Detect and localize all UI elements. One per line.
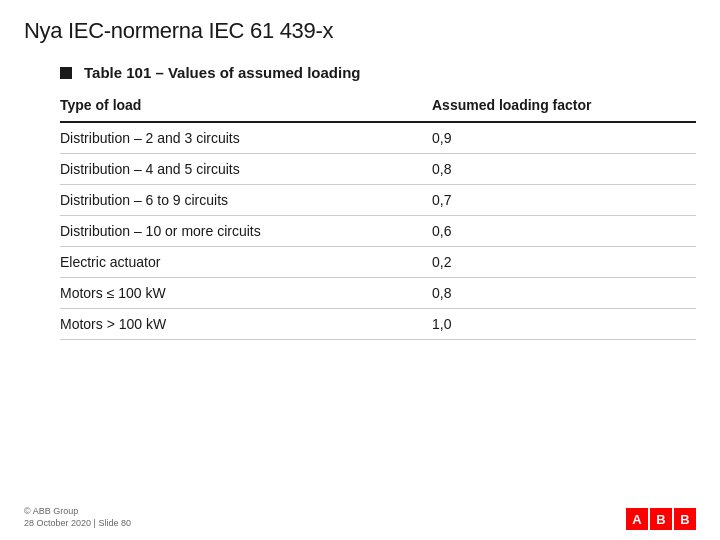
cell-factor: 0,9 [420, 122, 696, 154]
cell-type: Distribution – 6 to 9 circuits [60, 185, 420, 216]
cell-factor: 1,0 [420, 309, 696, 340]
col-header-factor: Assumed loading factor [420, 91, 696, 122]
footer-line2: 28 October 2020 | Slide 80 [24, 517, 131, 530]
abb-letter: B [650, 508, 672, 530]
cell-factor: 0,8 [420, 278, 696, 309]
cell-type: Electric actuator [60, 247, 420, 278]
cell-type: Distribution – 2 and 3 circuits [60, 122, 420, 154]
cell-type: Motors > 100 kW [60, 309, 420, 340]
cell-type: Distribution – 4 and 5 circuits [60, 154, 420, 185]
abb-logo-box: ABB [626, 508, 696, 530]
footer-line1: © ABB Group [24, 505, 131, 518]
table-header-row: Type of load Assumed loading factor [60, 91, 696, 122]
table-row: Distribution – 6 to 9 circuits0,7 [60, 185, 696, 216]
content-area: Table 101 – Values of assumed loading Ty… [0, 54, 720, 350]
abb-letter: B [674, 508, 696, 530]
cell-factor: 0,8 [420, 154, 696, 185]
cell-type: Distribution – 10 or more circuits [60, 216, 420, 247]
abb-logo: ABB [626, 508, 696, 530]
cell-factor: 0,6 [420, 216, 696, 247]
data-table: Type of load Assumed loading factor Dist… [60, 91, 696, 340]
footer-text: © ABB Group 28 October 2020 | Slide 80 [24, 505, 131, 530]
table-row: Distribution – 2 and 3 circuits0,9 [60, 122, 696, 154]
table-row: Electric actuator0,2 [60, 247, 696, 278]
table-body: Distribution – 2 and 3 circuits0,9Distri… [60, 122, 696, 340]
page-title: Nya IEC-normerna IEC 61 439-x [0, 0, 720, 54]
table-row: Distribution – 10 or more circuits0,6 [60, 216, 696, 247]
abb-letter: A [626, 508, 648, 530]
table-row: Motors > 100 kW1,0 [60, 309, 696, 340]
table-title: Table 101 – Values of assumed loading [84, 64, 361, 81]
bullet-icon [60, 67, 72, 79]
bullet-row: Table 101 – Values of assumed loading [60, 64, 696, 81]
cell-type: Motors ≤ 100 kW [60, 278, 420, 309]
table-row: Motors ≤ 100 kW0,8 [60, 278, 696, 309]
footer: © ABB Group 28 October 2020 | Slide 80 A… [24, 505, 696, 530]
cell-factor: 0,7 [420, 185, 696, 216]
col-header-type: Type of load [60, 91, 420, 122]
table-row: Distribution – 4 and 5 circuits0,8 [60, 154, 696, 185]
cell-factor: 0,2 [420, 247, 696, 278]
